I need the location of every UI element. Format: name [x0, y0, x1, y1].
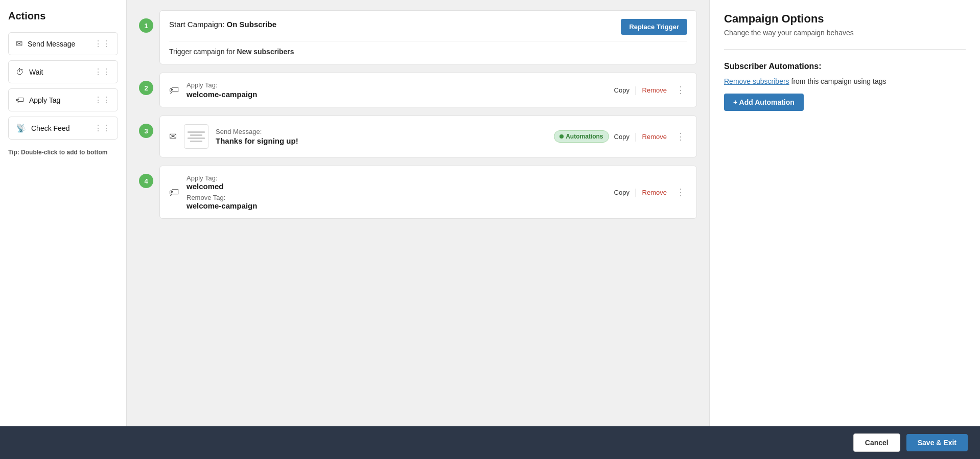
step-3-copy-button[interactable]: Copy	[609, 131, 635, 143]
add-automation-button[interactable]: + Add Automation	[724, 94, 804, 111]
cancel-button[interactable]: Cancel	[853, 433, 900, 452]
step-4-wrapper: 4 🏷 Apply Tag: welcomed Remove Tag: welc…	[139, 166, 697, 219]
trigger-subtitle-bold: New subscribers	[237, 48, 294, 56]
footer: Cancel Save & Exit	[0, 426, 980, 459]
step-3-remove-button[interactable]: Remove	[637, 131, 672, 143]
action-item-check-feed[interactable]: 📡 Check Feed ⋮⋮	[8, 117, 118, 140]
subscriber-text-suffix: from this campaign using tags	[789, 77, 886, 85]
step-2-wrapper: 2 🏷 Apply Tag: welcome-campaign Copy | R…	[139, 73, 697, 107]
preview-line-3	[188, 137, 205, 139]
step-2-number: 2	[139, 81, 153, 95]
tag-icon-4: 🏷	[169, 187, 179, 198]
step-4-remove-tag-label: Remove Tag:	[186, 194, 602, 201]
subscriber-automations-title: Subscriber Automations:	[724, 62, 966, 71]
check-feed-icon: 📡	[16, 123, 26, 133]
tag-icon-2: 🏷	[169, 84, 179, 96]
step-1-card: Start Campaign: On Subscribe Replace Tri…	[159, 10, 697, 64]
sidebar-tip: Tip: Double-click to add to bottom	[8, 149, 118, 156]
action-item-wait[interactable]: ⏱ Wait ⋮⋮	[8, 60, 118, 83]
automations-badge[interactable]: Automations	[554, 130, 609, 143]
step-2-label: Apply Tag:	[186, 81, 602, 89]
step-3-actions: Automations Copy | Remove ⋮	[554, 129, 687, 144]
automations-badge-label: Automations	[566, 133, 603, 140]
right-panel: Campaign Options Change the way your cam…	[709, 0, 980, 426]
trigger-title-prefix: Start Campaign:	[169, 20, 227, 29]
envelope-icon-3: ✉	[169, 131, 177, 142]
drag-handle-wait[interactable]: ⋮⋮	[94, 67, 110, 77]
tip-text: Double-click to add to bottom	[19, 149, 108, 156]
action-item-send-message[interactable]: ✉ Send Message ⋮⋮	[8, 32, 118, 55]
save-exit-button[interactable]: Save & Exit	[906, 434, 968, 451]
message-preview	[184, 124, 208, 149]
step-2-more-button[interactable]: ⋮	[674, 82, 687, 98]
step-4-copy-button[interactable]: Copy	[609, 187, 635, 198]
step-4-apply-label: Apply Tag:	[186, 174, 602, 182]
step-2-actions: Copy | Remove ⋮	[609, 82, 687, 98]
step-2-card: 🏷 Apply Tag: welcome-campaign Copy | Rem…	[159, 73, 697, 107]
step-4-apply-row: Apply Tag: welcomed	[186, 174, 602, 191]
drag-handle-check-feed[interactable]: ⋮⋮	[94, 123, 110, 133]
step-2-value: welcome-campaign	[186, 90, 602, 99]
preview-line-4	[190, 141, 202, 142]
automations-badge-dot	[559, 134, 564, 139]
step-3-wrapper: 3 ✉ Send Message: Thanks for signing up!	[139, 116, 697, 157]
step-4-remove-row: Remove Tag: welcome-campaign	[186, 194, 602, 210]
step-4-card: 🏷 Apply Tag: welcomed Remove Tag: welcom…	[159, 166, 697, 219]
step-4-number: 4	[139, 174, 153, 188]
step-3-label: Send Message:	[216, 128, 547, 135]
panel-subtitle: Change the way your campaign behaves	[724, 29, 966, 37]
preview-line-2	[190, 134, 202, 136]
step-2-remove-button[interactable]: Remove	[637, 84, 672, 96]
step-3-more-button[interactable]: ⋮	[674, 129, 687, 144]
step-4-remove-tag-value: welcome-campaign	[186, 201, 602, 210]
panel-divider	[724, 49, 966, 50]
step-4-body: Apply Tag: welcomed Remove Tag: welcome-…	[186, 174, 602, 210]
step-4-actions: Copy | Remove ⋮	[609, 185, 687, 200]
action-item-apply-tag[interactable]: 🏷 Apply Tag ⋮⋮	[8, 88, 118, 111]
trigger-title-bold: On Subscribe	[227, 20, 277, 29]
action-label-wait: Wait	[29, 68, 43, 76]
sidebar: Actions ✉ Send Message ⋮⋮ ⏱ Wait ⋮⋮ 🏷 Ap…	[0, 0, 127, 426]
action-label-apply-tag: Apply Tag	[29, 96, 60, 104]
panel-title: Campaign Options	[724, 12, 966, 26]
sidebar-title: Actions	[8, 10, 118, 22]
step-1-number: 1	[139, 18, 153, 33]
remove-subscribers-link[interactable]: Remove subscribers	[724, 77, 789, 85]
action-label-send-message: Send Message	[28, 40, 75, 48]
tip-bold: Tip:	[8, 149, 19, 156]
trigger-subtitle-prefix: Trigger campaign for	[169, 48, 237, 56]
drag-handle-apply-tag[interactable]: ⋮⋮	[94, 95, 110, 105]
step-3-value: Thanks for signing up!	[216, 136, 547, 145]
preview-line-1	[188, 131, 205, 133]
step-4-apply-value: welcomed	[186, 182, 602, 191]
step-3-number: 3	[139, 124, 153, 138]
action-label-check-feed: Check Feed	[31, 124, 69, 132]
drag-handle-send-message[interactable]: ⋮⋮	[94, 39, 110, 49]
subscriber-text: Remove subscribers from this campaign us…	[724, 77, 966, 85]
step-4-more-button[interactable]: ⋮	[674, 185, 687, 200]
step-3-card: ✉ Send Message: Thanks for signing up!	[159, 116, 697, 157]
trigger-title: Start Campaign: On Subscribe	[169, 20, 276, 29]
wait-icon: ⏱	[16, 67, 24, 77]
replace-trigger-button[interactable]: Replace Trigger	[621, 19, 687, 35]
apply-tag-icon: 🏷	[16, 96, 24, 105]
step-2-copy-button[interactable]: Copy	[609, 84, 635, 96]
trigger-subtitle: Trigger campaign for New subscribers	[169, 41, 687, 56]
steps-area: 1 Start Campaign: On Subscribe Replace T…	[127, 0, 709, 426]
step-4-remove-button[interactable]: Remove	[637, 187, 672, 198]
send-message-icon: ✉	[16, 39, 22, 49]
step-1-wrapper: 1 Start Campaign: On Subscribe Replace T…	[139, 10, 697, 64]
